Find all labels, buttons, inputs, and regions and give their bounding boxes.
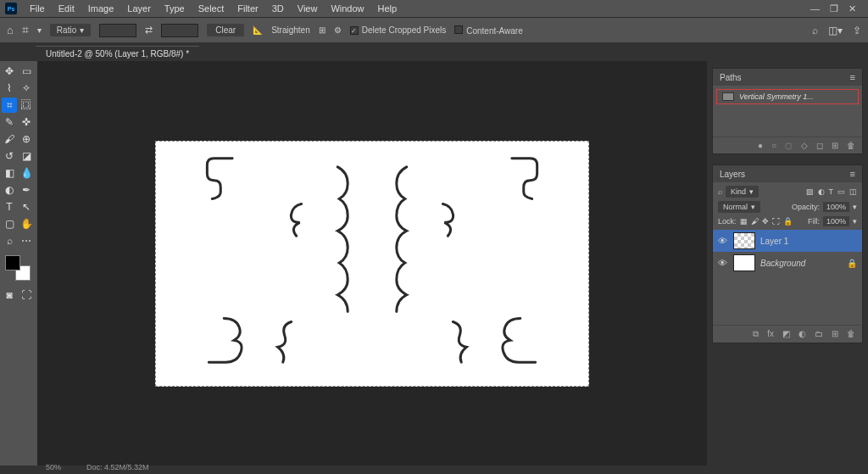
frame-tool[interactable]: ⿴ <box>19 98 34 113</box>
delete-cropped-checkbox[interactable]: ✓Delete Cropped Pixels <box>350 25 447 36</box>
layers-panel-title[interactable]: Layers <box>720 170 745 179</box>
visibility-toggle-icon[interactable]: 👁 <box>718 258 728 268</box>
gradient-tool[interactable]: ◧ <box>2 165 17 181</box>
zoom-tool[interactable]: ⌕ <box>2 233 17 248</box>
pen-tool[interactable]: ✒ <box>19 182 34 198</box>
lock-all-icon[interactable]: 🔒 <box>783 217 793 226</box>
layer-thumbnail[interactable] <box>733 254 755 271</box>
menu-type[interactable]: Type <box>159 2 191 15</box>
filter-adjust-icon[interactable]: ◐ <box>818 187 825 196</box>
dodge-tool[interactable]: ◐ <box>2 182 17 198</box>
canvas-area[interactable] <box>37 61 707 466</box>
group-icon[interactable]: 🗀 <box>815 329 823 339</box>
eraser-tool[interactable]: ◪ <box>19 148 34 164</box>
workspace-icon[interactable]: ◫▾ <box>828 25 843 36</box>
type-tool[interactable]: T <box>2 199 17 215</box>
menu-3d[interactable]: 3D <box>266 2 290 15</box>
lasso-tool[interactable]: ⌇ <box>2 81 17 96</box>
lock-position-icon[interactable]: ✥ <box>762 217 769 226</box>
content-aware-checkbox[interactable]: Content-Aware <box>454 25 523 36</box>
crop-options-icon[interactable]: ⚙ <box>334 25 342 35</box>
menu-filter[interactable]: Filter <box>231 2 264 15</box>
load-selection-icon[interactable]: ◌ <box>785 141 793 150</box>
layer-mask-icon[interactable]: ◩ <box>782 329 790 339</box>
home-icon[interactable]: ⌂ <box>7 24 14 36</box>
layer-kind-dropdown[interactable]: Kind▾ <box>726 186 759 198</box>
history-brush-tool[interactable]: ↺ <box>2 148 17 164</box>
layer-name[interactable]: Background <box>760 259 805 268</box>
stroke-path-icon[interactable]: ○ <box>771 141 776 150</box>
add-mask-icon[interactable]: ◻ <box>816 141 823 150</box>
minimize-button[interactable]: — <box>810 3 820 14</box>
maximize-button[interactable]: ❐ <box>830 3 838 14</box>
layer-name[interactable]: Layer 1 <box>760 237 788 246</box>
crop-tool-icon[interactable]: ⌗ <box>22 23 29 37</box>
document-tab[interactable]: Untitled-2 @ 50% (Layer 1, RGB/8#) * <box>36 46 199 61</box>
layer-row[interactable]: 👁 Background 🔒 <box>713 252 862 274</box>
healing-tool[interactable]: ✜ <box>19 114 34 130</box>
clone-stamp-tool[interactable]: ⊕ <box>19 131 34 147</box>
blend-mode-dropdown[interactable]: Normal▾ <box>718 201 760 213</box>
ratio-dropdown[interactable]: Ratio▾ <box>50 24 91 36</box>
search-icon[interactable]: ⌕ <box>812 25 818 36</box>
brush-tool[interactable]: 🖌 <box>2 131 17 147</box>
overlay-grid-icon[interactable]: ⊞ <box>319 25 326 35</box>
delete-layer-icon[interactable]: 🗑 <box>847 329 855 339</box>
menu-help[interactable]: Help <box>372 2 403 15</box>
delete-path-icon[interactable]: 🗑 <box>847 141 855 150</box>
blur-tool[interactable]: 💧 <box>19 165 34 181</box>
crop-tool[interactable]: ⌗ <box>2 98 17 113</box>
close-button[interactable]: ✕ <box>849 3 856 14</box>
filter-smart-icon[interactable]: ◫ <box>849 187 857 196</box>
color-swatches[interactable] <box>5 255 31 281</box>
move-tool[interactable]: ✥ <box>2 64 17 79</box>
link-layers-icon[interactable]: ⧉ <box>753 329 759 339</box>
layer-row[interactable]: 👁 Layer 1 <box>713 230 862 252</box>
filter-pixel-icon[interactable]: ▨ <box>806 187 814 196</box>
filter-shape-icon[interactable]: ▭ <box>837 187 845 196</box>
doc-size[interactable]: Doc: 4.52M/5.32M <box>86 463 149 473</box>
layers-panel-menu-icon[interactable]: ≡ <box>850 169 855 179</box>
menu-layer[interactable]: Layer <box>121 2 157 15</box>
new-path-icon[interactable]: ⊞ <box>832 141 838 150</box>
new-layer-icon[interactable]: ⊞ <box>832 329 838 339</box>
menu-image[interactable]: Image <box>82 2 120 15</box>
fill-value[interactable]: 100% <box>823 216 849 226</box>
document-canvas[interactable] <box>155 141 589 387</box>
magic-wand-tool[interactable]: ✧ <box>19 81 34 96</box>
edit-toolbar[interactable]: ⋯ <box>19 233 34 248</box>
screen-mode-tool[interactable]: ⛶ <box>19 287 34 303</box>
shape-tool[interactable]: ▢ <box>2 216 17 231</box>
filter-type-icon[interactable]: T <box>829 187 834 196</box>
menu-select[interactable]: Select <box>192 2 231 15</box>
clear-button[interactable]: Clear <box>207 24 244 36</box>
menu-file[interactable]: File <box>24 2 51 15</box>
hand-tool[interactable]: ✋ <box>19 216 34 231</box>
eyedropper-tool[interactable]: ✎ <box>2 114 17 130</box>
layer-style-icon[interactable]: fx <box>767 329 774 339</box>
paths-panel-title[interactable]: Paths <box>720 73 742 82</box>
menu-window[interactable]: Window <box>325 2 370 15</box>
make-work-path-icon[interactable]: ◇ <box>801 141 808 150</box>
lock-paint-icon[interactable]: 🖌 <box>751 217 759 226</box>
adjustment-layer-icon[interactable]: ◐ <box>798 329 806 339</box>
lock-trans-icon[interactable]: ▦ <box>740 217 748 226</box>
crop-height-input[interactable] <box>161 24 198 37</box>
lock-icon[interactable]: 🔒 <box>847 259 857 268</box>
menu-view[interactable]: View <box>292 2 324 15</box>
fill-path-icon[interactable]: ● <box>758 141 763 150</box>
layer-filter-icon[interactable]: ⌕ <box>718 187 722 196</box>
paths-panel-menu-icon[interactable]: ≡ <box>850 72 855 82</box>
zoom-level[interactable]: 50% <box>46 463 61 473</box>
lock-artboard-icon[interactable]: ⛶ <box>772 217 780 226</box>
marquee-tool[interactable]: ▭ <box>19 64 34 79</box>
swap-dimensions-icon[interactable]: ⇄ <box>145 25 153 36</box>
share-icon[interactable]: ⇪ <box>853 25 861 36</box>
foreground-color-swatch[interactable] <box>5 255 20 270</box>
layer-thumbnail[interactable] <box>733 232 755 249</box>
quick-mask-tool[interactable]: ◙ <box>2 287 17 303</box>
opacity-value[interactable]: 100% <box>823 202 849 212</box>
crop-width-input[interactable] <box>99 24 136 37</box>
path-select-tool[interactable]: ↖ <box>19 199 34 215</box>
straighten-icon[interactable]: 📐 <box>253 25 263 35</box>
